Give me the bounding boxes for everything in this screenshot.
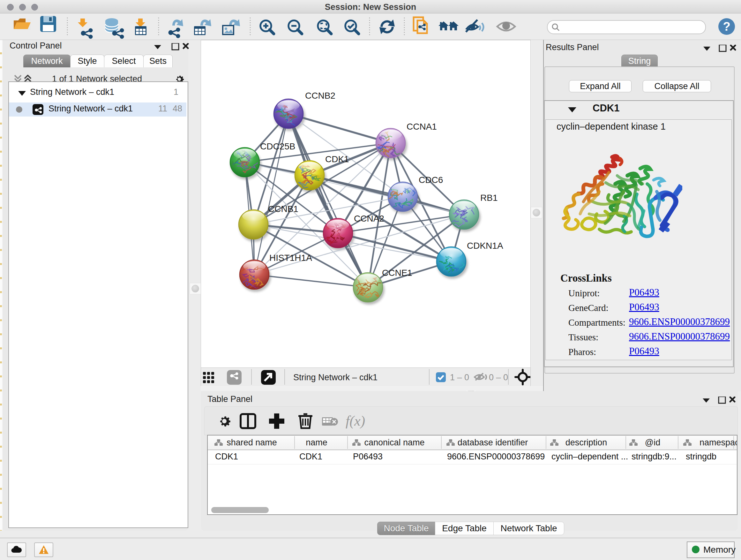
svg-text:shared name: shared name [226,438,277,447]
svg-text:RB1: RB1 [480,193,497,203]
svg-text:CDC25B: CDC25B [260,141,295,151]
svg-text:database identifier: database identifier [458,438,528,447]
svg-text:stringdb: stringdb [686,452,717,461]
svg-text:CDK1: CDK1 [299,452,322,461]
svg-text:CDK1: CDK1 [215,452,238,461]
svg-text:9606.ENSP00000378699: 9606.ENSP00000378699 [447,452,545,461]
svg-text:CDK1: CDK1 [325,154,349,164]
svg-text:f(x): f(x) [346,413,365,429]
svg-text:cyclin–dependent ...: cyclin–dependent ... [551,452,628,461]
svg-text:CDKN1A: CDKN1A [467,241,503,251]
svg-text:description: description [565,438,607,447]
svg-text:canonical name: canonical name [364,438,424,447]
svg-text:name: name [306,438,327,447]
svg-text:CCNA1: CCNA1 [407,122,437,132]
svg-text:?: ? [723,20,730,33]
svg-text:String Network – cdk1: String Network – cdk1 [293,373,378,382]
svg-text:CCNB2: CCNB2 [305,91,335,101]
svg-text:stringdb:9...: stringdb:9... [631,452,677,461]
svg-text:namespac: namespac [699,438,737,447]
svg-text:1 – 0: 1 – 0 [450,373,469,382]
svg-text:0 – 0: 0 – 0 [489,373,508,382]
svg-text:@id: @id [645,438,660,447]
svg-text:CDC6: CDC6 [419,175,443,185]
svg-text:HIST1H1A: HIST1H1A [269,253,312,263]
svg-text:CCNA2: CCNA2 [354,213,384,224]
svg-text:CCNB1: CCNB1 [268,204,298,214]
svg-text:CCNE1: CCNE1 [382,268,412,278]
svg-text:P06493: P06493 [353,452,383,461]
